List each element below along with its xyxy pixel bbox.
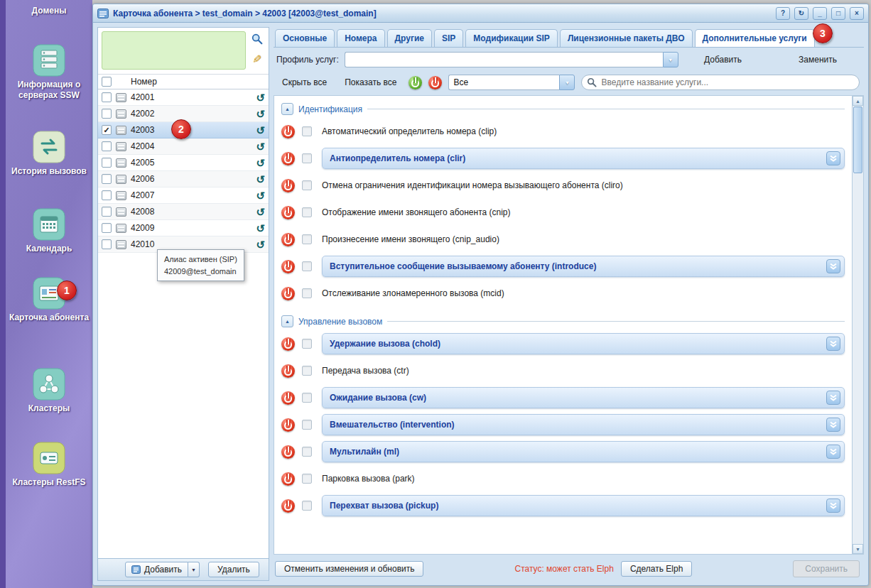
expand-chevron-icon[interactable] (826, 337, 840, 351)
service-panel[interactable]: Удержание вызова (chold) (322, 333, 845, 354)
service-checkbox[interactable] (302, 501, 312, 511)
sidebar-item-clusters-restfs[interactable]: Кластеры RestFS (6, 442, 92, 488)
service-panel[interactable]: Перехват вызова (pickup) (322, 495, 845, 516)
row-checkbox[interactable] (102, 141, 112, 151)
row-checkbox[interactable] (102, 125, 112, 135)
tab-sip[interactable]: SIP (434, 29, 463, 47)
service-checkbox[interactable] (302, 126, 312, 136)
delete-subscriber-button[interactable]: Удалить (208, 562, 259, 577)
service-checkbox[interactable] (302, 339, 312, 349)
scroll-up-icon[interactable]: ▲ (853, 96, 863, 106)
row-checkbox[interactable] (102, 174, 112, 184)
tab-main[interactable]: Основные (275, 29, 335, 47)
subscriber-row[interactable]: 42001 ↺ (98, 89, 269, 106)
service-power-icon[interactable] (281, 472, 295, 486)
search-button[interactable] (249, 31, 265, 47)
service-power-icon[interactable] (281, 391, 295, 405)
service-power-icon[interactable] (281, 206, 295, 219)
service-power-icon[interactable] (281, 499, 295, 513)
service-power-icon[interactable] (281, 152, 295, 165)
sidebar-item-calendar[interactable]: Календарь (6, 208, 92, 254)
sidebar-item-clusters[interactable]: Кластеры (6, 368, 92, 414)
service-checkbox[interactable] (302, 474, 312, 484)
service-checkbox[interactable] (302, 447, 312, 457)
history-icon[interactable]: ↺ (256, 141, 265, 152)
profile-replace-button[interactable]: Заменить (793, 53, 843, 67)
subscriber-row[interactable]: 42006 ↺ (98, 171, 269, 187)
help-button[interactable]: ? (776, 7, 790, 20)
subscriber-row[interactable]: 42009 ↺ (98, 220, 269, 236)
row-checkbox[interactable] (102, 190, 112, 200)
subscriber-row[interactable]: 42008 ↺ (98, 204, 269, 220)
collapse-group-icon[interactable]: ▲ (281, 103, 293, 115)
hide-all-button[interactable]: Скрыть все (276, 75, 332, 89)
refresh-button[interactable]: ↻ (794, 7, 808, 20)
close-button[interactable]: × (850, 7, 864, 20)
service-checkbox[interactable] (302, 234, 312, 244)
maximize-button[interactable]: □ (831, 7, 845, 20)
expand-chevron-icon[interactable] (826, 391, 840, 405)
row-checkbox[interactable] (102, 223, 112, 233)
service-panel[interactable]: Антиопределитель номера (clir) (322, 148, 845, 169)
row-checkbox[interactable] (102, 158, 112, 168)
tab-additional-services[interactable]: Дополнительные услуги (695, 29, 815, 47)
row-checkbox[interactable] (102, 239, 112, 249)
select-all-checkbox[interactable] (102, 77, 112, 87)
service-power-icon[interactable] (281, 125, 295, 138)
service-checkbox[interactable] (302, 288, 312, 298)
history-icon[interactable]: ↺ (256, 190, 265, 201)
save-button[interactable]: Сохранить (793, 560, 860, 577)
profile-select-input[interactable] (345, 52, 663, 67)
history-icon[interactable]: ↺ (256, 158, 265, 168)
service-panel[interactable]: Ожидание вызова (cw) (322, 387, 845, 408)
subscriber-row[interactable]: 42007 ↺ (98, 187, 269, 204)
scrollbar-thumb[interactable] (853, 107, 862, 173)
service-panel[interactable]: Мультилайн (ml) (322, 441, 845, 462)
history-icon[interactable]: ↺ (256, 207, 265, 217)
make-elph-button[interactable]: Сделать Elph (621, 561, 692, 577)
services-filter-select[interactable]: Все ▼ (448, 75, 575, 90)
service-power-icon[interactable] (281, 418, 295, 432)
add-dropdown-arrow[interactable]: ▼ (188, 562, 200, 577)
service-power-icon[interactable] (281, 287, 295, 300)
service-checkbox[interactable] (302, 153, 312, 163)
sidebar-item-call-history[interactable]: История вызовов (6, 131, 92, 177)
history-icon[interactable]: ↺ (256, 92, 265, 103)
service-power-icon[interactable] (281, 337, 295, 351)
service-power-icon[interactable] (281, 179, 295, 192)
scroll-down-icon[interactable]: ▼ (853, 544, 863, 554)
history-icon[interactable]: ↺ (256, 223, 265, 234)
service-checkbox[interactable] (302, 261, 312, 271)
row-checkbox[interactable] (102, 207, 112, 217)
add-subscriber-button[interactable]: Добавить (125, 562, 188, 577)
service-power-icon[interactable] (281, 260, 295, 273)
service-panel[interactable]: Вступительное сообщение вызываемому абон… (322, 256, 845, 277)
service-checkbox[interactable] (302, 420, 312, 430)
history-icon[interactable]: ↺ (256, 174, 265, 185)
tab-other[interactable]: Другие (387, 29, 432, 47)
enable-all-power-icon[interactable] (409, 76, 422, 89)
service-checkbox[interactable] (302, 180, 312, 190)
service-power-icon[interactable] (281, 364, 295, 378)
minimize-button[interactable]: _ (813, 7, 827, 20)
service-panel[interactable]: Вмешательство (intervention) (322, 414, 845, 435)
tab-numbers[interactable]: Номера (337, 29, 384, 47)
show-all-button[interactable]: Показать все (339, 75, 402, 89)
expand-chevron-icon[interactable] (826, 418, 840, 432)
cancel-refresh-button[interactable]: Отменить изменения и обновить (275, 561, 423, 577)
history-icon[interactable]: ↺ (256, 125, 265, 136)
expand-chevron-icon[interactable] (826, 151, 840, 165)
service-search-input[interactable] (581, 75, 860, 90)
history-icon[interactable]: ↺ (256, 109, 265, 119)
service-checkbox[interactable] (302, 393, 312, 403)
collapse-group-icon[interactable]: ▲ (281, 315, 293, 327)
service-checkbox[interactable] (302, 366, 312, 376)
history-icon[interactable]: ↺ (256, 239, 265, 250)
service-power-icon[interactable] (281, 233, 295, 246)
expand-chevron-icon[interactable] (826, 499, 840, 513)
tab-sip-modifications[interactable]: Модификации SIP (465, 29, 558, 47)
subscriber-row[interactable]: 42005 ↺ (98, 155, 269, 171)
disable-all-power-icon[interactable] (428, 76, 442, 89)
edit-pencil-icon[interactable]: ✎ (249, 51, 265, 67)
sidebar-item-ssw-servers[interactable]: Информация о серверах SSW (6, 44, 92, 101)
